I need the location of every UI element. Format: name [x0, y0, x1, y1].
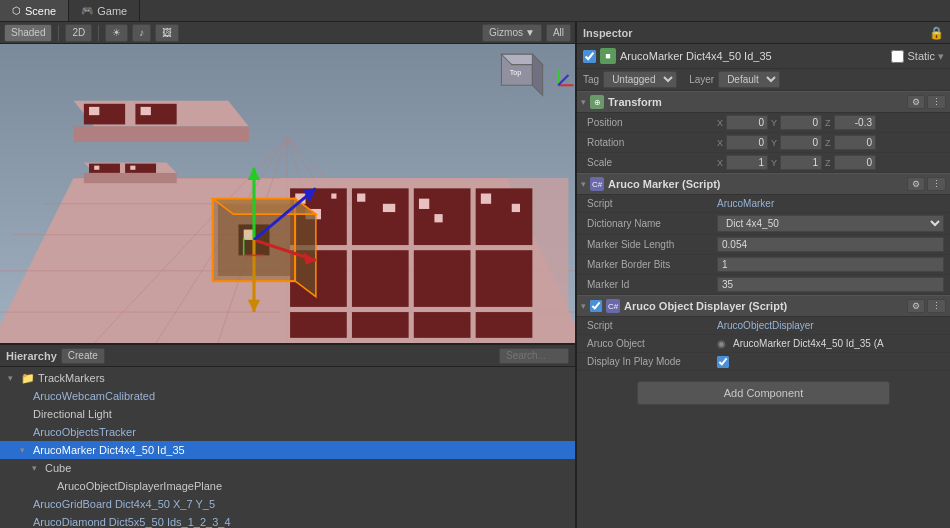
- all-button[interactable]: All: [546, 24, 571, 42]
- rot-z-input[interactable]: [834, 135, 876, 150]
- aruco-obj-settings-btn[interactable]: ⚙: [907, 299, 925, 313]
- aruco-obj-script-label: Script: [587, 320, 717, 331]
- rot-y-item: Y: [771, 135, 822, 150]
- add-component-area: Add Component: [577, 371, 950, 415]
- display-play-checkbox[interactable]: [717, 356, 729, 368]
- aruco-obj-header[interactable]: ▾ C# Aruco Object Displayer (Script) ⚙ ⋮: [577, 295, 950, 317]
- marker-id-row: Marker Id: [577, 275, 950, 295]
- tab-scene[interactable]: ⬡ Scene: [0, 0, 69, 21]
- hier-root[interactable]: ▾ 📁 TrackMarkers: [0, 369, 575, 387]
- svg-rect-46: [94, 166, 99, 170]
- dict-name-row: Dictionary Name Dict 4x4_50: [577, 213, 950, 235]
- add-component-button[interactable]: Add Component: [637, 381, 890, 405]
- scale-label: Scale: [587, 157, 717, 168]
- transform-header[interactable]: ▾ ⊕ Transform ⚙ ⋮: [577, 91, 950, 113]
- scene-toolbar: Shaded 2D ☀ ♪ 🖼 Gizmos ▼ All: [0, 22, 575, 44]
- aruco-obj-ref-value: ◉ ArucoMarker Dict4x4_50 Id_35 (A: [717, 338, 944, 349]
- marker-side-value: [717, 237, 944, 252]
- svg-rect-47: [130, 166, 135, 170]
- hier-item-3[interactable]: ArucoObjectsTracker: [0, 423, 575, 441]
- scale-x-item: X: [717, 155, 768, 170]
- tag-dropdown[interactable]: Untagged: [603, 71, 677, 88]
- pos-x-input[interactable]: [726, 115, 768, 130]
- scale-y-input[interactable]: [780, 155, 822, 170]
- position-row: Position X Y Z: [577, 113, 950, 133]
- separator-1: [58, 25, 59, 41]
- aruco-script-value: ArucoMarker: [717, 198, 944, 209]
- inspector-header: Inspector 🔒: [577, 22, 950, 44]
- layer-dropdown[interactable]: Default: [718, 71, 780, 88]
- aruco-script-link[interactable]: ArucoMarker: [717, 198, 774, 209]
- hier-item-4-selected[interactable]: ▾ ArucoMarker Dict4x4_50 Id_35: [0, 441, 575, 459]
- hier-label-0: TrackMarkers: [38, 372, 105, 384]
- pos-y-input[interactable]: [780, 115, 822, 130]
- hier-label-3: ArucoObjectsTracker: [33, 426, 136, 438]
- aruco-obj-icon: C#: [606, 299, 620, 313]
- rot-z-item: Z: [825, 135, 876, 150]
- svg-rect-40: [89, 107, 99, 115]
- scale-z-item: Z: [825, 155, 876, 170]
- static-checkbox[interactable]: [891, 50, 904, 63]
- display-play-label: Display In Play Mode: [587, 356, 717, 367]
- transform-buttons: ⚙ ⋮: [907, 95, 946, 109]
- svg-rect-44: [89, 164, 120, 173]
- aruco-marker-header[interactable]: ▾ C# Aruco Marker (Script) ⚙ ⋮: [577, 173, 950, 195]
- tag-label: Tag: [583, 74, 599, 85]
- transform-settings-btn[interactable]: ⚙: [907, 95, 925, 109]
- transform-title: Transform: [608, 96, 903, 108]
- create-button[interactable]: Create: [61, 348, 105, 364]
- hier-item-1[interactable]: ArucoWebcamCalibrated: [0, 387, 575, 405]
- svg-rect-26: [476, 312, 533, 338]
- aruco-obj-more-btn[interactable]: ⋮: [927, 299, 946, 313]
- sx-label: X: [717, 158, 725, 168]
- aruco-script-label: Script: [587, 198, 717, 209]
- svg-rect-28: [331, 194, 336, 199]
- aruco-obj-checkbox[interactable]: [590, 300, 602, 312]
- hier-item-2[interactable]: Directional Light: [0, 405, 575, 423]
- dict-name-dropdown[interactable]: Dict 4x4_50: [717, 215, 944, 232]
- active-checkbox[interactable]: [583, 50, 596, 63]
- shaded-button[interactable]: Shaded: [4, 24, 52, 42]
- hier-item-5[interactable]: ▾ Cube: [0, 459, 575, 477]
- hierarchy-search[interactable]: [499, 348, 569, 364]
- obj-ref-icon: ◉: [717, 338, 726, 349]
- hier-item-6[interactable]: ArucoObjectDisplayerImagePlane: [0, 477, 575, 495]
- scale-z-input[interactable]: [834, 155, 876, 170]
- game-icon: 🎮: [81, 5, 93, 16]
- static-dropdown-arrow[interactable]: ▾: [938, 50, 944, 63]
- pos-z-input[interactable]: [834, 115, 876, 130]
- image-button[interactable]: 🖼: [155, 24, 179, 42]
- 2d-button[interactable]: 2D: [65, 24, 92, 42]
- audio-button[interactable]: ♪: [132, 24, 151, 42]
- marker-side-input[interactable]: [717, 237, 944, 252]
- lock-button[interactable]: 🔒: [929, 26, 944, 40]
- rot-x-input[interactable]: [726, 135, 768, 150]
- scale-x-input[interactable]: [726, 155, 768, 170]
- marker-id-input[interactable]: [717, 277, 944, 292]
- scale-xyz: X Y Z: [717, 155, 944, 170]
- gizmos-button[interactable]: Gizmos ▼: [482, 24, 542, 42]
- hier-item-7[interactable]: ArucoGridBoard Dict4x4_50 X_7 Y_5: [0, 495, 575, 513]
- hier-item-8[interactable]: ArucoDiamond Dict5x5_50 Ids_1_2_3_4: [0, 513, 575, 528]
- svg-rect-33: [434, 214, 442, 222]
- marker-border-input[interactable]: [717, 257, 944, 272]
- marker-border-row: Marker Border Bits: [577, 255, 950, 275]
- aruco-obj-script-link[interactable]: ArucoObjectDisplayer: [717, 320, 814, 331]
- tab-game[interactable]: 🎮 Game: [69, 0, 140, 21]
- transform-more-btn[interactable]: ⋮: [927, 95, 946, 109]
- pos-z-item: Z: [825, 115, 876, 130]
- aruco-marker-settings-btn[interactable]: ⚙: [907, 177, 925, 191]
- rot-y-input[interactable]: [780, 135, 822, 150]
- svg-rect-41: [141, 107, 151, 115]
- aruco-obj-ref-row: Aruco Object ◉ ArucoMarker Dict4x4_50 Id…: [577, 335, 950, 353]
- position-label: Position: [587, 117, 717, 128]
- marker-border-label: Marker Border Bits: [587, 259, 717, 270]
- tag-layer-row: Tag Untagged Layer Default: [577, 69, 950, 91]
- light-button[interactable]: ☀: [105, 24, 128, 42]
- svg-rect-31: [383, 204, 395, 212]
- hierarchy-header: Hierarchy Create: [0, 345, 575, 367]
- scene-tab-label: Scene: [25, 5, 56, 17]
- gizmos-label: Gizmos: [489, 27, 523, 38]
- aruco-marker-more-btn[interactable]: ⋮: [927, 177, 946, 191]
- object-icon: ■: [600, 48, 616, 64]
